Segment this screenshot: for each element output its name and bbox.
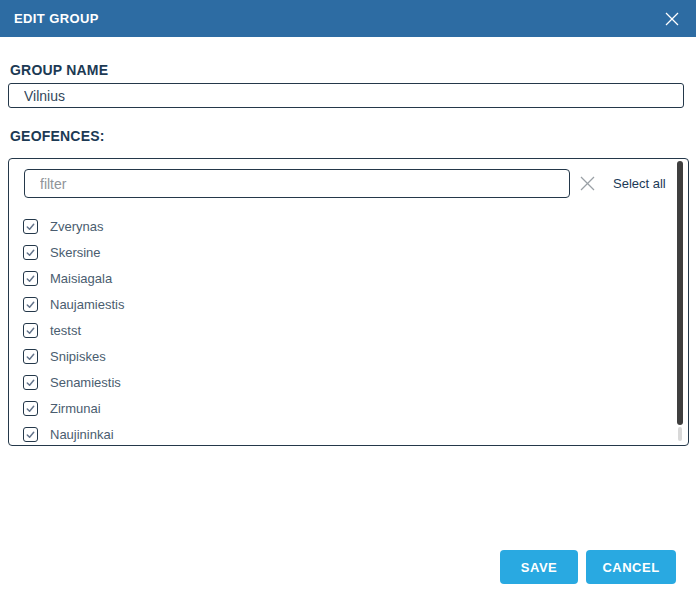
geofence-row[interactable]: Naujamiestis	[9, 291, 674, 317]
geofence-label: Naujamiestis	[50, 297, 124, 312]
check-icon	[25, 403, 36, 414]
geofence-checkbox[interactable]	[23, 401, 38, 416]
geofence-checkbox[interactable]	[23, 375, 38, 390]
check-icon	[25, 247, 36, 258]
geofences-panel: Select all Zverynas Skersine Maisiagala	[8, 158, 689, 446]
close-button[interactable]	[662, 9, 682, 29]
action-buttons: SAVE CANCEL	[500, 550, 676, 584]
check-icon	[25, 273, 36, 284]
geofence-label: Skersine	[50, 245, 101, 260]
geofence-row[interactable]: Snipiskes	[9, 343, 674, 369]
geofence-label: Zirmunai	[50, 401, 101, 416]
modal-title: EDIT GROUP	[14, 11, 99, 26]
geofence-row[interactable]: Zirmunai	[9, 395, 674, 421]
check-icon	[25, 325, 36, 336]
geofence-checkbox[interactable]	[23, 271, 38, 286]
scrollbar-thumb[interactable]	[677, 161, 683, 425]
group-name-label: GROUP NAME	[10, 62, 108, 78]
geofence-row[interactable]: Naujininkai	[9, 421, 674, 445]
geofence-label: testst	[50, 323, 81, 338]
scrollbar-track[interactable]	[678, 427, 682, 441]
check-icon	[25, 221, 36, 232]
geofence-checkbox[interactable]	[23, 219, 38, 234]
geofence-checkbox[interactable]	[23, 323, 38, 338]
clear-x-icon	[579, 175, 596, 192]
modal-header: EDIT GROUP	[0, 0, 696, 37]
geofence-row[interactable]: Zverynas	[9, 213, 674, 239]
geofence-label: Naujininkai	[50, 427, 114, 442]
geofence-row[interactable]: Senamiestis	[9, 369, 674, 395]
geofence-label: Maisiagala	[50, 271, 112, 286]
group-name-input[interactable]	[8, 83, 684, 108]
geofence-row[interactable]: testst	[9, 317, 674, 343]
geofence-list: Zverynas Skersine Maisiagala Naujamiesti…	[9, 213, 674, 445]
geofence-checkbox[interactable]	[23, 427, 38, 442]
select-all-link[interactable]: Select all	[613, 176, 666, 191]
save-button[interactable]: SAVE	[500, 550, 578, 584]
geofence-filter-input[interactable]	[24, 169, 570, 198]
check-icon	[25, 429, 36, 440]
geofence-checkbox[interactable]	[23, 297, 38, 312]
close-icon	[664, 11, 680, 27]
cancel-button[interactable]: CANCEL	[586, 550, 676, 584]
geofence-checkbox[interactable]	[23, 349, 38, 364]
geofence-label: Zverynas	[50, 219, 103, 234]
geofence-row[interactable]: Skersine	[9, 239, 674, 265]
edit-group-modal: EDIT GROUP GROUP NAME GEOFENCES: Select …	[0, 0, 696, 597]
check-icon	[25, 377, 36, 388]
geofence-label: Senamiestis	[50, 375, 121, 390]
geofence-row[interactable]: Maisiagala	[9, 265, 674, 291]
geofences-label: GEOFENCES:	[10, 128, 105, 144]
geofence-checkbox[interactable]	[23, 245, 38, 260]
geofence-label: Snipiskes	[50, 349, 106, 364]
check-icon	[25, 299, 36, 310]
filter-clear-button[interactable]	[575, 171, 599, 195]
check-icon	[25, 351, 36, 362]
